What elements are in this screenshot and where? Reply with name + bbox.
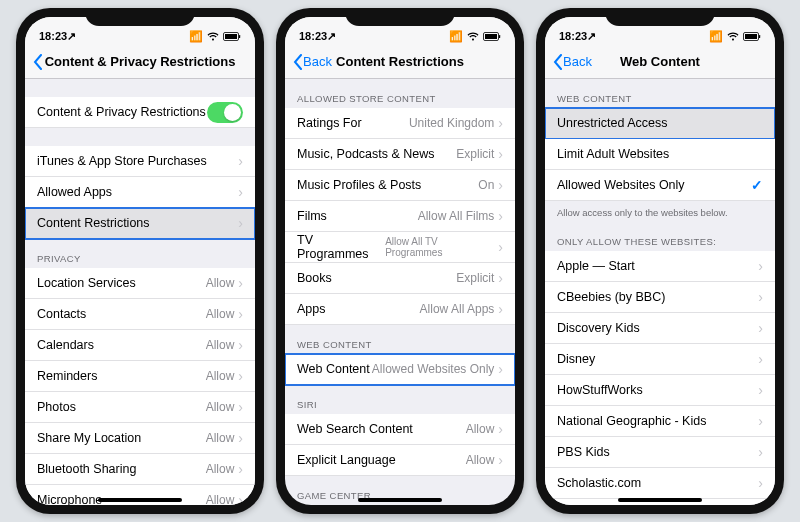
chevron-right-icon: ›: [498, 453, 503, 467]
row-films[interactable]: FilmsAllow All Films›: [285, 201, 515, 232]
chevron-right-icon: ›: [758, 383, 763, 397]
nav-title: Content & Privacy Restrictions: [25, 54, 255, 69]
wifi-icon: [207, 31, 219, 43]
option-allowed-only[interactable]: Allowed Websites Only✓: [545, 170, 775, 201]
row-web-content[interactable]: Web ContentAllowed Websites Only›: [285, 354, 515, 385]
back-button[interactable]: [33, 54, 43, 70]
chevron-left-icon: [33, 54, 43, 70]
row-web-search[interactable]: Web Search ContentAllow›: [285, 414, 515, 445]
home-indicator[interactable]: [618, 498, 702, 502]
chevron-right-icon: ›: [238, 400, 243, 414]
row-music-podcasts[interactable]: Music, Podcasts & NewsExplicit›: [285, 139, 515, 170]
row-photos[interactable]: PhotosAllow›: [25, 392, 255, 423]
row-content-restrictions[interactable]: Content Restrictions›: [25, 208, 255, 239]
row-microphone[interactable]: MicrophoneAllow›: [25, 485, 255, 505]
toggle-row-restrictions[interactable]: Content & Privacy Restrictions: [25, 97, 255, 128]
signal-icon: 📶: [189, 30, 203, 43]
site-row[interactable]: National Geographic - Kids›: [545, 406, 775, 437]
back-label: Back: [303, 54, 332, 69]
row-itunes-purchases[interactable]: iTunes & App Store Purchases›: [25, 146, 255, 177]
svg-rect-5: [499, 35, 500, 38]
section-header-web: WEB CONTENT: [285, 325, 515, 354]
section-header-privacy: PRIVACY: [25, 239, 255, 268]
chevron-right-icon: ›: [238, 276, 243, 290]
chevron-right-icon: ›: [238, 493, 243, 505]
row-contacts[interactable]: ContactsAllow›: [25, 299, 255, 330]
home-indicator[interactable]: [358, 498, 442, 502]
phone-frame-1: 18:23↗ 📶 Content & Privacy Restrictions …: [16, 8, 264, 514]
site-row[interactable]: HowStuffWorks›: [545, 375, 775, 406]
row-tv[interactable]: TV ProgrammesAllow All TV Programmes›: [285, 232, 515, 263]
row-music-profiles[interactable]: Music Profiles & PostsOn›: [285, 170, 515, 201]
battery-icon: [223, 31, 241, 43]
back-button[interactable]: Back: [553, 54, 592, 70]
site-row[interactable]: CBeebies (by BBC)›: [545, 282, 775, 313]
row-books[interactable]: BooksExplicit›: [285, 263, 515, 294]
row-bluetooth[interactable]: Bluetooth SharingAllow›: [25, 454, 255, 485]
chevron-right-icon: ›: [498, 116, 503, 130]
screen-3: 18:23↗ 📶 Back Web Content WEB CONTENT Un…: [545, 17, 775, 505]
nav-bar: Content & Privacy Restrictions: [25, 45, 255, 79]
chevron-right-icon: ›: [498, 271, 503, 285]
notch: [345, 8, 455, 26]
svg-rect-7: [745, 34, 757, 39]
chevron-left-icon: [553, 54, 563, 70]
row-reminders[interactable]: RemindersAllow›: [25, 361, 255, 392]
chevron-right-icon: ›: [238, 307, 243, 321]
site-row[interactable]: PBS Kids›: [545, 437, 775, 468]
row-share-location[interactable]: Share My LocationAllow›: [25, 423, 255, 454]
battery-icon: [483, 32, 501, 41]
svg-rect-2: [239, 35, 240, 38]
site-row[interactable]: Discovery Kids›: [545, 313, 775, 344]
row-allowed-apps[interactable]: Allowed Apps›: [25, 177, 255, 208]
section-header-siri: SIRI: [285, 385, 515, 414]
chevron-right-icon: ›: [758, 259, 763, 273]
chevron-right-icon: ›: [238, 338, 243, 352]
home-indicator[interactable]: [98, 498, 182, 502]
section-header-store: ALLOWED STORE CONTENT: [285, 79, 515, 108]
screen-2: 18:23↗ 📶 Back Content Restrictions ALLOW…: [285, 17, 515, 505]
screen-1: 18:23↗ 📶 Content & Privacy Restrictions …: [25, 17, 255, 505]
site-row[interactable]: Disney›: [545, 344, 775, 375]
chevron-right-icon: ›: [758, 290, 763, 304]
svg-rect-1: [225, 34, 237, 39]
site-row[interactable]: Scholastic.com›: [545, 468, 775, 499]
nav-bar: Back Content Restrictions: [285, 45, 515, 79]
section-header-wc: WEB CONTENT: [545, 79, 775, 108]
notch: [85, 8, 195, 26]
battery-icon: [743, 32, 761, 41]
content: WEB CONTENT Unrestricted Access Limit Ad…: [545, 79, 775, 505]
chevron-right-icon: ›: [238, 185, 243, 199]
chevron-right-icon: ›: [498, 422, 503, 436]
back-label: Back: [563, 54, 592, 69]
status-icons: 📶: [189, 30, 241, 43]
chevron-right-icon: ›: [758, 414, 763, 428]
chevron-right-icon: ›: [758, 445, 763, 459]
phone-frame-2: 18:23↗ 📶 Back Content Restrictions ALLOW…: [276, 8, 524, 514]
svg-rect-4: [485, 34, 497, 39]
chevron-right-icon: ›: [238, 431, 243, 445]
chevron-right-icon: ›: [238, 462, 243, 476]
back-button[interactable]: Back: [293, 54, 332, 70]
chevron-right-icon: ›: [238, 154, 243, 168]
chevron-right-icon: ›: [238, 369, 243, 383]
row-calendars[interactable]: CalendarsAllow›: [25, 330, 255, 361]
option-unrestricted[interactable]: Unrestricted Access: [545, 108, 775, 139]
wifi-icon: [727, 32, 739, 41]
phone-frame-3: 18:23↗ 📶 Back Web Content WEB CONTENT Un…: [536, 8, 784, 514]
row-location-services[interactable]: Location ServicesAllow›: [25, 268, 255, 299]
chevron-right-icon: ›: [758, 352, 763, 366]
location-icon: ↗: [67, 30, 76, 42]
row-explicit-lang[interactable]: Explicit LanguageAllow›: [285, 445, 515, 476]
nav-bar: Back Web Content: [545, 45, 775, 79]
wifi-icon: [467, 32, 479, 41]
chevron-right-icon: ›: [498, 240, 503, 254]
content: ALLOWED STORE CONTENT Ratings ForUnited …: [285, 79, 515, 505]
site-row[interactable]: Apple — Start›: [545, 251, 775, 282]
content: Content & Privacy Restrictions iTunes & …: [25, 79, 255, 505]
option-limit-adult[interactable]: Limit Adult Websites: [545, 139, 775, 170]
row-ratings-for[interactable]: Ratings ForUnited Kingdom›: [285, 108, 515, 139]
signal-icon: 📶: [449, 30, 463, 43]
toggle-on[interactable]: [207, 102, 243, 123]
row-apps[interactable]: AppsAllow All Apps›: [285, 294, 515, 325]
